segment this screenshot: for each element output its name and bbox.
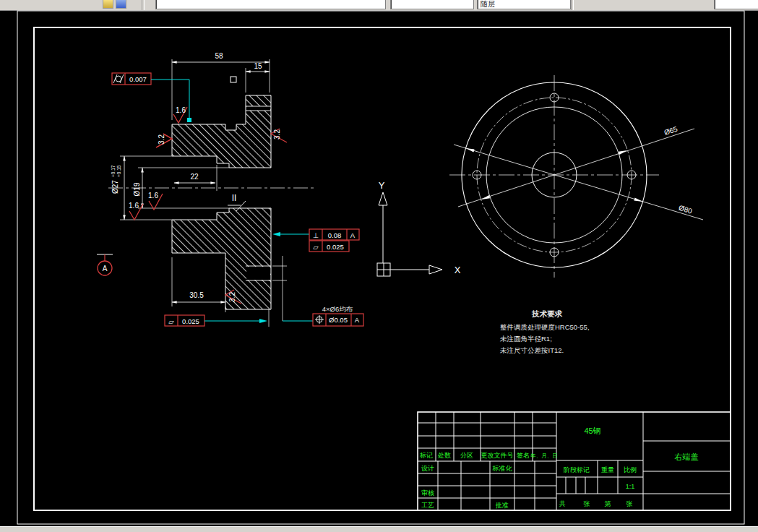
- section-lower-body: [172, 208, 271, 309]
- tb-approve: 批准: [495, 502, 509, 509]
- svg-text:Ø80: Ø80: [678, 204, 694, 215]
- roughness-value: 1.6: [176, 106, 186, 114]
- tb-sheet-unit: 张: [584, 500, 590, 507]
- svg-text:A: A: [355, 316, 360, 324]
- ucs-icon: Y X: [377, 180, 461, 276]
- groove-band: [246, 106, 270, 111]
- tech-req-line: 整件调质处理硬度HRC50-55,: [500, 323, 590, 331]
- tb-scale-value: 1:1: [626, 483, 635, 490]
- tb-header-date: 年、月、日: [530, 452, 558, 459]
- layer-combo[interactable]: [155, 0, 386, 9]
- dim-15: 15: [246, 62, 270, 93]
- tb-stage-label: 阶段标记: [564, 466, 590, 473]
- tb-standardization: 标准化: [492, 465, 513, 472]
- tb-sheet-unit2: 张: [626, 500, 633, 507]
- svg-text:58: 58: [215, 52, 223, 60]
- tb-header-zone: 分区: [460, 452, 473, 459]
- svg-text:0.007: 0.007: [129, 75, 147, 83]
- svg-text:+0.15: +0.15: [116, 165, 121, 177]
- title-block: 标记 处数 分区 更改文件号 签名 年、月、日 设计 标准化 审核 工艺 批准 …: [418, 412, 731, 510]
- tb-header-sign: 签名: [517, 452, 530, 459]
- front-view: Ø65 Ø80: [449, 75, 703, 278]
- toolbar-separator: [571, 0, 574, 10]
- ucs-y-label: Y: [379, 180, 385, 191]
- roughness-value: 1.6: [129, 202, 139, 210]
- svg-text:Ø0.05: Ø0.05: [329, 316, 348, 324]
- flatness-icon: ▱: [168, 317, 174, 325]
- dim-30-5: 30.5: [172, 257, 225, 312]
- model-canvas[interactable]: 58 15 22 30.5: [0, 10, 758, 526]
- bolt-hole-section: [246, 267, 270, 280]
- title-block-grid: [418, 412, 731, 510]
- tb-part-name: 右端盖: [675, 452, 699, 461]
- tech-req-line: 未注圆角半径R1;: [500, 335, 552, 343]
- tech-req-title: 技术要求: [531, 309, 563, 318]
- ucs-x-label: X: [455, 265, 461, 275]
- tech-req-line: 未注尺寸公差按IT12.: [500, 346, 564, 354]
- tolerance-frame-flatness-lower: ▱ 0.025: [165, 309, 269, 327]
- tolerance-frame-cylindricity: 0.007: [112, 73, 191, 122]
- svg-text:+0.17: +0.17: [111, 165, 116, 177]
- svg-text:0.08: 0.08: [328, 231, 342, 239]
- toolbar-separator: [142, 0, 145, 10]
- tb-header-count: 处数: [437, 452, 451, 459]
- color-combo[interactable]: [390, 0, 474, 9]
- tb-design: 设计: [421, 465, 434, 472]
- svg-text:Ø27: Ø27: [111, 180, 119, 194]
- hole-note: 4×Ø6均布: [322, 305, 353, 313]
- tb-sheet-total: 共: [559, 500, 566, 507]
- svg-text:15: 15: [254, 62, 262, 70]
- datum-a-symbol: A: [97, 254, 113, 275]
- dim-d80: Ø80: [454, 145, 703, 220]
- tb-sheet-no: 第: [605, 500, 611, 507]
- tb-process: 工艺: [421, 502, 434, 509]
- dim-22: 22: [174, 165, 217, 191]
- roughness-value: 3.2: [228, 292, 236, 302]
- tolerance-frame-position: 4×Ø6均布 Ø0.05 A: [272, 256, 363, 326]
- svg-text:A: A: [350, 231, 356, 239]
- dim-d65: Ø65: [458, 124, 694, 207]
- tolerance-frame-flatness-upper: ▱ 0.025: [309, 241, 349, 252]
- status-strip: [0, 526, 758, 532]
- svg-text:22: 22: [190, 173, 199, 181]
- roughness-value: 1.6: [148, 192, 158, 200]
- linetype-combo[interactable]: 随层: [477, 0, 571, 9]
- drawing-frame: [17, 11, 744, 524]
- svg-text:0.025: 0.025: [182, 317, 199, 325]
- svg-text:A: A: [103, 265, 108, 273]
- svg-text:30.5: 30.5: [189, 291, 204, 299]
- roughness-value: 3.2: [273, 129, 281, 140]
- tb-check: 审核: [421, 489, 434, 497]
- lineweight-combo[interactable]: [714, 0, 758, 9]
- tb-header-mark: 标记: [419, 452, 433, 459]
- marker-square: [231, 77, 236, 82]
- toolbar: 随层: [0, 0, 758, 11]
- svg-text:0.025: 0.025: [327, 243, 344, 251]
- application-window: 随层: [0, 0, 758, 532]
- toolbar-icon[interactable]: [103, 0, 113, 9]
- svg-text:Ø19: Ø19: [133, 182, 141, 196]
- tolerance-frame-perpendicularity: ⊥ 0.08 A: [272, 229, 359, 240]
- perpendicularity-icon: ⊥: [313, 231, 319, 239]
- tech-requirements: 技术要求 整件调质处理硬度HRC50-55, 未注圆角半径R1; 未注尺寸公差按…: [500, 309, 590, 354]
- tb-material: 45钢: [584, 426, 600, 435]
- section-view: 58 15 22 30.5: [97, 52, 363, 327]
- roughness-value: 3.2: [158, 134, 165, 145]
- toolbar-icon[interactable]: [116, 0, 126, 9]
- tb-header-docno: 更改文件号: [481, 452, 514, 459]
- tb-weight-label: 重量: [601, 466, 614, 473]
- tb-scale-label: 比例: [624, 466, 637, 473]
- flatness-icon: ▱: [313, 243, 319, 251]
- svg-text:II: II: [232, 193, 237, 203]
